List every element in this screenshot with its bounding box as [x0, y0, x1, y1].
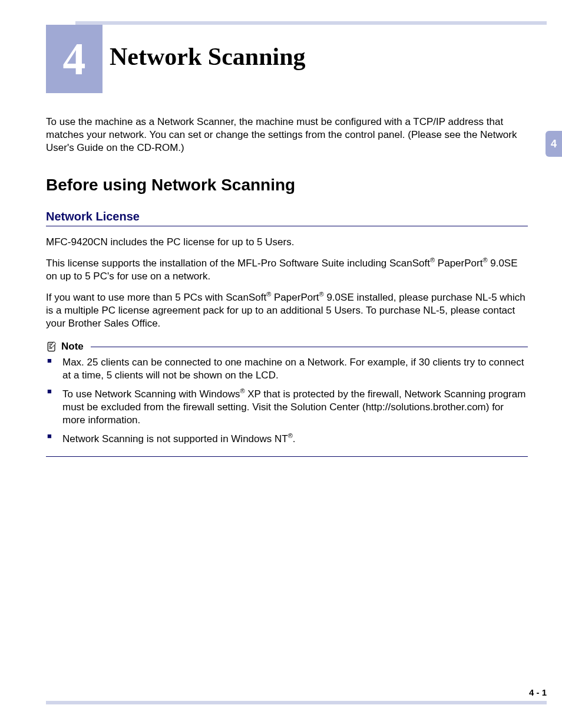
registered-mark: ® [288, 432, 293, 439]
chapter-title: Network Scanning [110, 42, 306, 71]
chapter-number-box: 4 [46, 25, 103, 93]
registered-mark: ® [319, 291, 324, 298]
list-item: Network Scanning is not supported in Win… [46, 431, 528, 446]
chapter-number: 4 [63, 32, 86, 85]
paragraph: If you want to use more than 5 PCs with … [46, 290, 528, 330]
registered-mark: ® [482, 256, 487, 263]
paragraph: This license supports the installation o… [46, 256, 528, 283]
text-run: PaperPort [271, 292, 319, 303]
intro-paragraph: To use the machine as a Network Scanner,… [46, 116, 528, 154]
subsection-heading: Network License [46, 210, 528, 226]
registered-mark: ® [430, 256, 435, 263]
text-run: PaperPort [435, 258, 482, 269]
bottom-divider [46, 701, 547, 704]
text-run: This license supports the installation o… [46, 258, 430, 269]
page-footer: 4 - 1 [529, 687, 547, 697]
note-header: Note [46, 341, 528, 353]
note-list: Max. 25 clients can be connected to one … [46, 356, 528, 446]
section-heading: Before using Network Scanning [46, 176, 528, 195]
text-run: Network Scanning is not supported in Win… [62, 433, 288, 444]
note-label: Note [61, 341, 84, 353]
page-content: To use the machine as a Network Scanner,… [46, 116, 528, 457]
side-tab: 4 [546, 131, 562, 157]
list-item: Max. 25 clients can be connected to one … [46, 356, 528, 382]
text-run: To use Network Scanning with Windows [62, 388, 240, 400]
top-divider [75, 21, 547, 25]
side-tab-number: 4 [551, 138, 557, 150]
note-icon [46, 341, 58, 353]
text-run: . [293, 433, 296, 444]
note-block: Note Max. 25 clients can be connected to… [46, 341, 528, 457]
list-item: To use Network Scanning with Windows® XP… [46, 387, 528, 427]
registered-mark: ® [240, 387, 244, 394]
note-rule [91, 347, 528, 347]
text-run: If you want to use more than 5 PCs with … [46, 292, 266, 303]
paragraph: MFC-9420CN includes the PC license for u… [46, 236, 528, 249]
